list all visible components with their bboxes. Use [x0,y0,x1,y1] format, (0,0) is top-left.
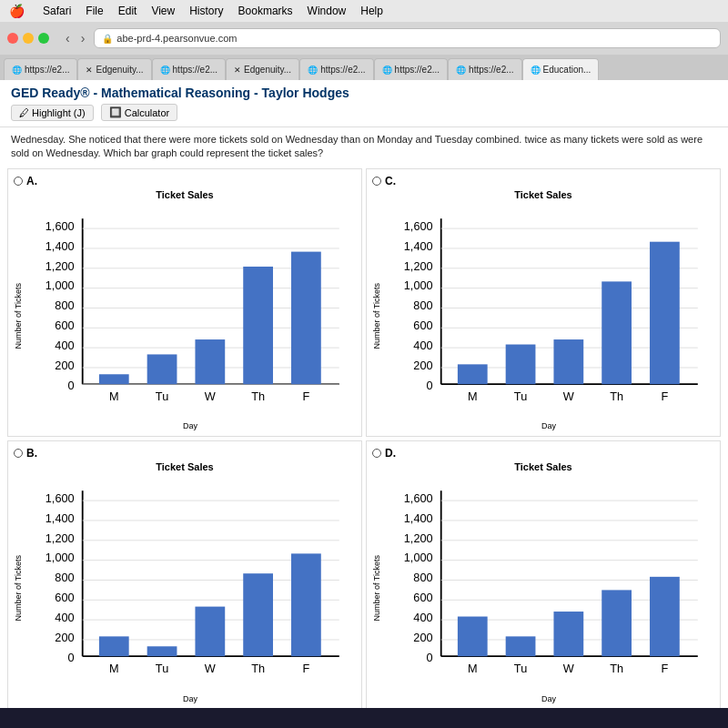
tab-label-2: https://e2... [173,65,217,75]
svg-text:M: M [109,662,119,676]
bar-B-F [291,554,321,657]
svg-text:1,400: 1,400 [46,511,75,525]
bar-B-Th [243,574,273,657]
svg-text:1,600: 1,600 [404,219,433,233]
tab-7[interactable]: 🌐 Education... [522,58,600,80]
option-label-A: A. [26,175,37,187]
tab-favicon-7: 🌐 [531,66,541,75]
bar-C-W [553,339,583,384]
chart-option-A[interactable]: A. Ticket Sales Number of Tickets 0 200 [7,168,362,438]
charts-grid: A. Ticket Sales Number of Tickets 0 200 [0,165,728,708]
tab-2[interactable]: 🌐 https://e2... [152,58,226,80]
svg-text:1,200: 1,200 [46,258,75,272]
y-axis-label-D: Number of Tickets [372,474,381,703]
menu-edit[interactable]: Edit [118,5,137,17]
tab-3[interactable]: ✕ Edgenuity... [226,58,299,80]
svg-text:W: W [563,662,574,676]
chart-container-C: Number of Tickets 0 200 400 600 800 [372,202,714,431]
svg-text:1,000: 1,000 [46,278,75,292]
chart-container-A: Number of Tickets 0 200 400 600 [14,202,356,431]
option-label-D: D. [385,447,396,460]
svg-text:1,000: 1,000 [404,278,433,292]
radio-option-C: C. [372,175,714,189]
svg-text:W: W [205,389,216,403]
svg-text:200: 200 [55,631,74,644]
chart-option-D[interactable]: D. Ticket Sales Number of Tickets 0 200 … [366,440,721,708]
tab-label-6: https://e2... [469,65,513,75]
bar-A-W [195,339,225,384]
radio-A[interactable] [14,177,23,186]
chart-title-B: Ticket Sales [14,461,356,472]
back-button[interactable]: ‹ [62,29,74,47]
address-bar[interactable]: 🔒 abe-prd-4.pearsonvue.com [94,28,721,48]
radio-option-B: B. [14,447,356,461]
menu-bookmarks[interactable]: Bookmarks [238,5,293,17]
svg-text:Th: Th [610,389,623,403]
chart-svg-C: 0 200 400 600 800 1,000 1,200 1,400 [383,202,714,418]
svg-text:Th: Th [610,662,623,676]
x-axis-label-D: Day [383,694,714,703]
menu-safari[interactable]: Safari [43,5,71,17]
radio-B[interactable] [14,449,23,458]
chart-option-B[interactable]: B. Ticket Sales Number of Tickets 0 200 … [7,440,362,708]
chart-svg-D: 0 200 400 600 800 1,000 1,200 1,400 [383,474,714,690]
svg-text:Th: Th [251,389,265,403]
menu-file[interactable]: File [86,5,103,17]
tab-0[interactable]: 🌐 https://e2... [4,58,77,80]
tab-label-3: Edgenuity... [244,65,291,75]
menu-view[interactable]: View [151,5,175,17]
svg-text:0: 0 [427,651,433,664]
radio-D[interactable] [372,449,381,458]
x-axis-label-C: Day [383,421,714,430]
bar-D-W [553,612,583,656]
tab-1[interactable]: ✕ Edgenuity... [77,58,151,80]
menu-history[interactable]: History [189,5,223,17]
svg-text:F: F [303,662,310,676]
svg-text:0: 0 [68,651,75,664]
highlight-label: Highlight (J) [32,107,86,118]
chart-inner-C: 0 200 400 600 800 1,000 1,200 1,400 [383,202,714,431]
svg-text:M: M [109,389,119,403]
svg-text:M: M [468,389,478,403]
chart-option-C[interactable]: C. Ticket Sales Number of Tickets 0 200 … [366,168,721,438]
calculator-button[interactable]: 🔲 Calculator [101,104,178,121]
svg-text:600: 600 [55,318,74,332]
svg-text:200: 200 [413,359,432,372]
bar-D-M [458,617,488,657]
svg-text:400: 400 [413,339,432,352]
menu-help[interactable]: Help [360,5,383,17]
forward-button[interactable]: › [77,29,89,47]
chart-inner-D: 0 200 400 600 800 1,000 1,200 1,400 [383,474,714,703]
bar-C-Tu [506,344,536,384]
menu-window[interactable]: Window [308,5,347,17]
mac-menubar: 🍎 Safari File Edit View History Bookmark… [0,0,728,22]
tab-5[interactable]: 🌐 https://e2... [374,58,448,80]
svg-text:F: F [662,662,669,676]
chart-svg-A: 0 200 400 600 800 1,000 1,200 [25,202,356,418]
tab-favicon-3: ✕ [234,66,241,75]
tabs-bar: 🌐 https://e2... ✕ Edgenuity... 🌐 https:/… [0,55,728,80]
tab-4[interactable]: 🌐 https://e2... [299,58,373,80]
minimize-window-button[interactable] [23,33,34,44]
svg-text:1,200: 1,200 [46,531,75,545]
chart-container-B: Number of Tickets 0 200 400 600 800 [14,474,356,703]
svg-text:0: 0 [68,378,75,391]
highlight-button[interactable]: 🖊 Highlight (J) [11,105,94,121]
question-text: Wednesday. She noticed that there were m… [0,127,728,165]
close-window-button[interactable] [7,33,18,44]
maximize-window-button[interactable] [38,33,49,44]
tab-6[interactable]: 🌐 https://e2... [448,58,521,80]
tab-favicon-0: 🌐 [12,66,22,75]
bar-A-Th [243,267,273,384]
y-axis-label-B: Number of Tickets [14,474,23,703]
svg-text:800: 800 [413,298,432,312]
tab-favicon-4: 🌐 [308,66,318,75]
tab-favicon-6: 🌐 [456,66,466,75]
calculator-label: Calculator [125,107,170,118]
svg-text:Tu: Tu [514,662,527,676]
svg-text:800: 800 [55,298,74,312]
radio-C[interactable] [372,177,381,186]
calculator-icon: 🔲 [109,106,122,118]
svg-text:400: 400 [55,339,74,352]
apple-menu[interactable]: 🍎 [9,4,25,18]
